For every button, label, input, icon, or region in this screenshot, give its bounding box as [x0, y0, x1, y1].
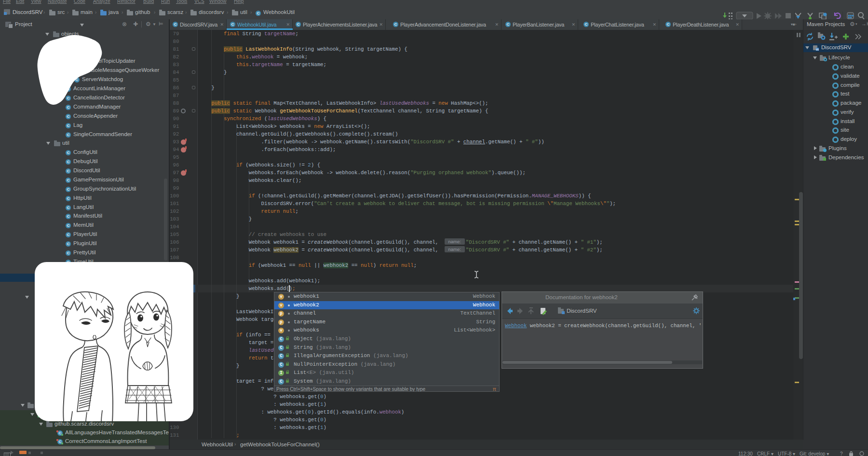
svg-text:m: m — [816, 48, 819, 51]
